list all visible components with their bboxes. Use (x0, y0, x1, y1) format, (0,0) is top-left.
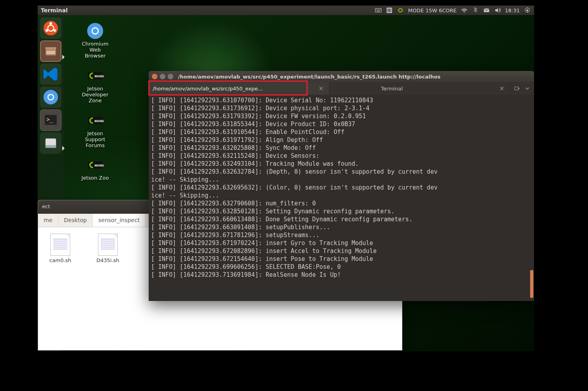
svg-rect-1 (376, 10, 377, 10)
system-tray: MODE 15W 6CORE 18:31 (375, 7, 531, 14)
mail-icon[interactable] (483, 7, 490, 14)
svg-text:NVIDIA: NVIDIA (94, 119, 104, 123)
breadcrumb-item[interactable]: Desktop (58, 214, 93, 227)
shell-script-icon (50, 234, 70, 256)
svg-rect-5 (377, 11, 380, 12)
desktop-icon-label: Chromium Web Browser (82, 41, 109, 59)
svg-text:>_: >_ (46, 117, 53, 123)
launcher-chromium[interactable] (40, 86, 61, 108)
svg-rect-8 (389, 9, 390, 12)
svg-point-33 (93, 29, 98, 34)
terminal-body[interactable]: [ INFO] [1641292293.631070700]: Device S… (149, 95, 534, 301)
svg-rect-7 (388, 9, 389, 12)
nvidia-icon[interactable] (397, 7, 404, 14)
top-panel: Terminal MODE 15W 6CORE 18:31 (38, 6, 534, 15)
svg-rect-18 (46, 47, 56, 50)
volume-icon[interactable] (494, 7, 501, 14)
svg-rect-9 (391, 9, 391, 12)
svg-rect-19 (46, 50, 55, 54)
minimize-icon[interactable] (160, 74, 165, 79)
input-method-icon[interactable] (386, 7, 393, 14)
power-mode-label[interactable]: MODE 15W 6CORE (408, 8, 456, 13)
terminal-window: /home/amov/amovlab_ws/src/p450_experimen… (149, 71, 534, 301)
svg-text:NVIDIA: NVIDIA (94, 74, 104, 78)
desktop-icon-chromium[interactable]: Chromium Web Browser (77, 21, 113, 59)
launcher-disk[interactable] (40, 132, 61, 154)
terminal-titlebar[interactable]: /home/amov/amovlab_ws/src/p450_experimen… (149, 71, 534, 82)
shell-script-icon (98, 234, 118, 256)
svg-point-15 (54, 29, 56, 32)
file-label: D435i.sh (92, 257, 124, 263)
desktop-icon-label: Jetson Developer Zone (82, 86, 109, 104)
svg-point-22 (48, 95, 53, 100)
terminal-tabs: /home/amov/amovlab_ws/src/p450_expe... ×… (149, 82, 534, 95)
file-item[interactable]: cam0.sh (44, 234, 76, 344)
terminal-tab-label: /home/amov/amovlab_ws/src/p450_expe... (153, 86, 263, 92)
active-app-title: Terminal (41, 7, 68, 13)
desktop-icons: Chromium Web Browser NVIDIA Jetson Devel… (77, 21, 113, 181)
svg-rect-0 (375, 9, 381, 12)
clock[interactable]: 18:31 (505, 8, 520, 13)
launcher-files[interactable] (40, 40, 61, 62)
launcher-ubuntu-dash[interactable] (40, 17, 61, 39)
svg-point-14 (50, 22, 52, 25)
keyboard-icon[interactable] (375, 7, 382, 14)
close-icon[interactable] (152, 74, 157, 79)
launcher-terminal[interactable]: >_ (40, 109, 61, 131)
svg-rect-4 (380, 10, 381, 10)
svg-point-16 (46, 29, 48, 32)
maximize-icon[interactable] (168, 74, 173, 79)
file-item[interactable]: D435i.sh (92, 234, 124, 344)
svg-rect-26 (46, 145, 56, 148)
desktop-icon-jetson-zoo[interactable]: NVIDIA Jetson Zoo (77, 155, 113, 181)
svg-rect-40 (515, 87, 518, 90)
bluetooth-icon[interactable] (472, 7, 479, 14)
svg-point-11 (527, 10, 529, 12)
close-tab-icon[interactable]: × (498, 85, 506, 92)
chevron-down-icon[interactable] (523, 84, 532, 93)
launcher-vscode[interactable] (40, 63, 61, 85)
wifi-icon[interactable] (461, 7, 468, 14)
close-tab-icon[interactable]: × (317, 85, 325, 92)
terminal-tab[interactable]: Terminal × (329, 82, 510, 95)
terminal-output: [ INFO] [1641292293.631070700]: Device S… (151, 96, 532, 279)
svg-text:NVIDIA: NVIDIA (94, 164, 104, 167)
svg-rect-10 (484, 9, 489, 12)
desktop-icon-label: Jetson Zoo (82, 175, 109, 181)
svg-rect-2 (377, 10, 378, 10)
breadcrumb-item[interactable]: sensor_inspect (93, 214, 146, 227)
terminal-tab-active[interactable]: /home/amov/amovlab_ws/src/p450_expe... × (149, 82, 329, 95)
new-tab-icon[interactable] (513, 84, 521, 93)
desktop-icon-jetson-dev[interactable]: NVIDIA Jetson Developer Zone (77, 66, 113, 104)
terminal-tab-label: Terminal (381, 86, 403, 92)
scrollbar-handle[interactable] (530, 270, 533, 298)
terminal-window-title: /home/amov/amovlab_ws/src/p450_experimen… (178, 74, 441, 80)
svg-rect-3 (379, 10, 379, 10)
desktop-icon-jetson-support[interactable]: NVIDIA Jetson Support Forums (77, 111, 113, 149)
breadcrumb-item[interactable]: me (38, 214, 58, 227)
desktop-icon-label: Jetson Support Forums (85, 131, 105, 149)
file-label: cam0.sh (44, 257, 76, 263)
gear-icon[interactable] (524, 7, 531, 14)
